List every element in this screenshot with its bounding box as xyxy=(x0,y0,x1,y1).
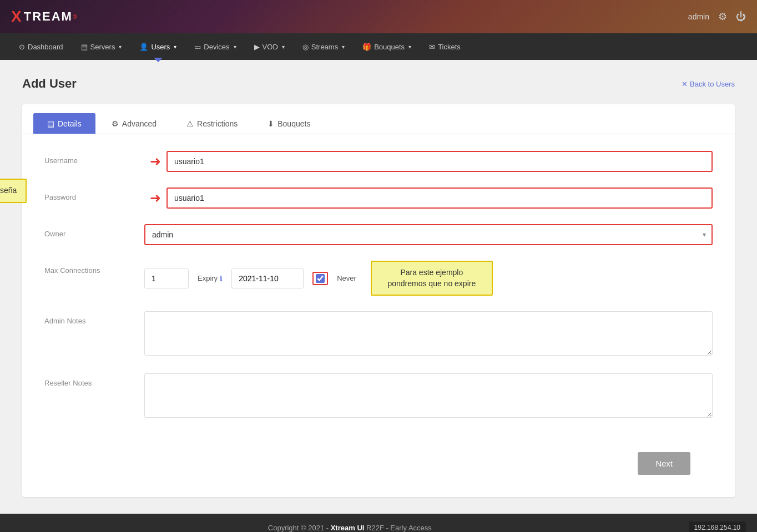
expiry-help-icon: ℹ xyxy=(220,275,223,282)
username-label: Username xyxy=(44,151,144,165)
nav-bouquets[interactable]: 🎁 Bouquets ▾ xyxy=(355,39,419,54)
servers-icon: ▤ xyxy=(81,43,88,51)
nav-bouquets-label: Bouquets xyxy=(374,43,405,51)
owner-select[interactable]: admin xyxy=(144,224,713,245)
header-username: admin xyxy=(688,12,709,21)
power-icon[interactable]: ⏻ xyxy=(736,11,746,23)
logo: X TREAM ® xyxy=(11,8,78,26)
reseller-notes-label: Reseller Notes xyxy=(44,373,144,387)
owner-field-wrapper: admin ▾ xyxy=(144,224,713,245)
details-tab-label: Details xyxy=(58,119,82,128)
streams-icon: ◎ xyxy=(302,43,309,51)
footer-copyright: Copyright © 2021 - Xtream UI R22F - Earl… xyxy=(268,524,432,532)
tab-advanced[interactable]: ⚙ Advanced xyxy=(98,113,170,134)
admin-notes-wrapper xyxy=(144,311,713,358)
page-header: Add User ✕ Back to Users xyxy=(22,77,735,91)
nav-vod[interactable]: ▶ VOD ▾ xyxy=(246,39,292,54)
owner-row: Owner admin ▾ xyxy=(44,224,713,245)
nav-users[interactable]: 👤 Users ▾ xyxy=(132,39,184,54)
restrictions-tab-label: Restrictions xyxy=(197,119,238,128)
max-connections-input[interactable] xyxy=(144,268,189,288)
annotation-right-box: Para este ejemplo pondremos que no expir… xyxy=(371,261,493,296)
username-input[interactable] xyxy=(166,151,713,172)
logo-text: TREAM xyxy=(24,9,73,24)
footer-ip: 192.168.254.10 xyxy=(689,521,746,532)
max-connections-label: Max Connections xyxy=(44,261,144,275)
never-checkbox-wrapper xyxy=(312,272,328,285)
navigation: ⊙ Dashboard ▤ Servers ▾ 👤 Users ▾ ▭ Devi… xyxy=(0,33,757,60)
tabs: ▤ Details ⚙ Advanced ⚠ Restrictions ⬇ Bo… xyxy=(22,104,735,134)
settings-icon[interactable]: ⚙ xyxy=(718,11,727,23)
users-icon: 👤 xyxy=(139,43,148,51)
main-content: Add User ✕ Back to Users ▤ Details ⚙ Adv… xyxy=(0,60,757,514)
never-label: Never xyxy=(337,274,356,282)
next-button[interactable]: Next xyxy=(638,452,690,475)
tab-restrictions[interactable]: ⚠ Restrictions xyxy=(173,113,251,134)
page-title: Add User xyxy=(22,77,77,91)
back-icon: ✕ xyxy=(682,80,688,88)
annotation-left-box: Usuario y contraseña xyxy=(0,179,27,203)
back-to-users-link[interactable]: ✕ Back to Users xyxy=(682,80,735,88)
connections-expiry-row: Max Connections Expiry ℹ Never xyxy=(44,261,713,296)
password-input[interactable] xyxy=(166,188,713,209)
chevron-down-icon: ▾ xyxy=(119,44,122,50)
username-field-wrapper: ➜ xyxy=(144,151,713,172)
vod-icon: ▶ xyxy=(254,43,260,51)
never-text: Never xyxy=(337,274,356,282)
advanced-tab-icon: ⚙ xyxy=(112,119,119,128)
tab-details[interactable]: ▤ Details xyxy=(33,113,95,134)
nav-dashboard-label: Dashboard xyxy=(28,43,63,51)
nav-tickets[interactable]: ✉ Tickets xyxy=(421,39,468,54)
bouquets-tab-label: Bouquets xyxy=(277,119,310,128)
username-row: Username ➜ xyxy=(44,151,713,172)
nav-dashboard[interactable]: ⊙ Dashboard xyxy=(11,39,71,54)
nav-servers[interactable]: ▤ Servers ▾ xyxy=(73,39,130,54)
footer-brand: Xtream UI xyxy=(331,524,365,532)
chevron-down-icon: ▾ xyxy=(174,44,176,50)
password-field-wrapper: ➜ xyxy=(144,188,713,209)
expiry-input[interactable] xyxy=(231,268,304,288)
tickets-icon: ✉ xyxy=(429,43,435,51)
expiry-label: Expiry ℹ xyxy=(198,274,223,282)
header-right: admin ⚙ ⏻ xyxy=(688,11,746,23)
tab-bouquets[interactable]: ⬇ Bouquets xyxy=(254,113,324,134)
username-section: Usuario y contraseña Username ➜ Password… xyxy=(44,151,713,209)
details-tab-icon: ▤ xyxy=(47,119,54,128)
footer-version: R22F - Early Access xyxy=(366,524,432,532)
advanced-tab-label: Advanced xyxy=(122,119,157,128)
nav-streams-label: Streams xyxy=(311,43,338,51)
nav-devices[interactable]: ▭ Devices ▾ xyxy=(186,39,244,54)
bouquets-icon: 🎁 xyxy=(362,43,371,51)
nav-devices-label: Devices xyxy=(204,43,229,51)
reseller-notes-row: Reseller Notes xyxy=(44,373,713,420)
chevron-down-icon: ▾ xyxy=(282,44,285,50)
expiry-text: Expiry xyxy=(198,274,218,282)
password-label: Password xyxy=(44,188,144,201)
username-arrow: ➜ xyxy=(150,154,161,169)
admin-notes-label: Admin Notes xyxy=(44,311,144,325)
annotation-usuario-password: Usuario y contraseña xyxy=(0,179,27,203)
nav-streams[interactable]: ◎ Streams ▾ xyxy=(295,39,352,54)
password-row: Password ➜ xyxy=(44,188,713,209)
restrictions-tab-icon: ⚠ xyxy=(186,119,194,128)
admin-notes-row: Admin Notes xyxy=(44,311,713,358)
logo-x: X xyxy=(11,8,23,26)
admin-notes-textarea[interactable] xyxy=(144,311,713,356)
form-card: ▤ Details ⚙ Advanced ⚠ Restrictions ⬇ Bo… xyxy=(22,104,735,497)
back-link-label: Back to Users xyxy=(690,80,735,88)
never-checkbox[interactable] xyxy=(316,274,325,283)
chevron-down-icon: ▾ xyxy=(342,44,345,50)
footer-copyright-text: Copyright © 2021 - xyxy=(268,524,331,532)
nav-users-label: Users xyxy=(151,43,170,51)
inline-row: Expiry ℹ Never Para este ejemplo pondre xyxy=(144,261,713,296)
devices-icon: ▭ xyxy=(194,43,201,51)
header: X TREAM ® admin ⚙ ⏻ xyxy=(0,0,757,33)
owner-label: Owner xyxy=(44,224,144,238)
chevron-down-icon: ▾ xyxy=(234,44,236,50)
bouquets-tab-icon: ⬇ xyxy=(268,119,274,128)
footer: Copyright © 2021 - Xtream UI R22F - Earl… xyxy=(0,514,757,532)
chevron-down-icon: ▾ xyxy=(408,44,411,50)
nav-tickets-label: Tickets xyxy=(438,43,461,51)
form-actions: Next xyxy=(22,452,735,480)
reseller-notes-textarea[interactable] xyxy=(144,373,713,418)
